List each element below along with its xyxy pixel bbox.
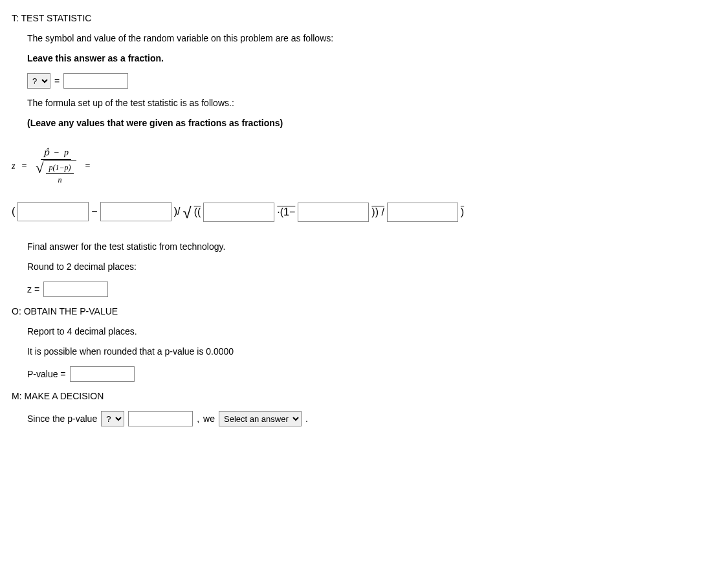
random-variable-value-input[interactable] [63, 73, 128, 89]
alpha-input[interactable] [128, 411, 193, 426]
formula-n: n [55, 174, 64, 186]
text-final-answer: Final answer for the test statistic from… [27, 240, 716, 254]
decision-row: Since the p-value ? , we Select an answe… [27, 411, 716, 426]
section-o-heading: O: OBTAIN THE P-VALUE [12, 305, 716, 318]
z-result-row: z = [27, 282, 716, 297]
outer-paren-close: ) [461, 204, 464, 220]
p-input[interactable] [100, 202, 171, 221]
decision-comma: , [197, 412, 199, 426]
paren-open-1: ( [12, 204, 15, 219]
symbol-value-row: ? = [27, 73, 716, 89]
text-pvalue-possible: It is possible when rounded that a p-val… [27, 345, 716, 359]
text-leave-fraction: Leave this answer as a fraction. [27, 52, 716, 65]
formula-eq1: = [21, 159, 27, 173]
div-sep: )/ [174, 204, 181, 219]
text-leave-fractions-as-fractions: (Leave any values that were given as fra… [27, 116, 716, 130]
decision-text-since: Since the p-value [27, 412, 97, 426]
formula-p: p [64, 148, 69, 157]
n-input[interactable] [387, 203, 458, 222]
z-formula-display: z = p̂ − p √ p(1−p) n = [12, 146, 716, 186]
pvalue-label: P-value = [27, 368, 66, 381]
section-m-heading: M: MAKE A DECISION [12, 390, 716, 403]
formula-phat: p̂ [43, 148, 49, 157]
pvalue-input[interactable] [70, 366, 135, 382]
inner-paren-open: (( [194, 204, 201, 220]
symbol-select[interactable]: ? [27, 73, 50, 89]
minus-sep: − [91, 204, 97, 219]
formula-z: z [12, 159, 15, 173]
z-equals-label: z = [27, 283, 39, 296]
formula-p1mp: p(1−p) [46, 162, 73, 174]
pvalue-row: P-value = [27, 366, 716, 382]
formula-eq2: = [85, 159, 91, 173]
text-formula-setup: The formula set up of the test statistic… [27, 96, 716, 110]
inner-paren-close: )) / [371, 204, 384, 220]
dot-one-minus: ·(1− [277, 204, 295, 220]
decision-we: we [203, 412, 215, 426]
inner-p-input[interactable] [203, 203, 274, 222]
big-sqrt-icon: √ [182, 205, 191, 221]
inner-q-input[interactable] [298, 203, 369, 222]
formula-minus: − [51, 148, 61, 157]
text-random-variable: The symbol and value of the random varia… [27, 32, 716, 45]
section-t-heading: T: TEST STATISTIC [12, 12, 716, 25]
formula-input-row: ( − )/ √ (( ·(1− )) / ) [12, 201, 716, 222]
text-report-4dp: Report to 4 decimal places. [27, 325, 716, 338]
text-round-2dp: Round to 2 decimal places: [27, 260, 716, 274]
sqrt-icon: √ [36, 161, 43, 175]
z-result-input[interactable] [43, 282, 108, 297]
decision-select[interactable]: Select an answer [219, 411, 302, 426]
phat-input[interactable] [17, 202, 89, 221]
decision-period: . [305, 412, 308, 426]
equals-sign: = [54, 74, 60, 88]
compare-select[interactable]: ? [101, 411, 124, 426]
